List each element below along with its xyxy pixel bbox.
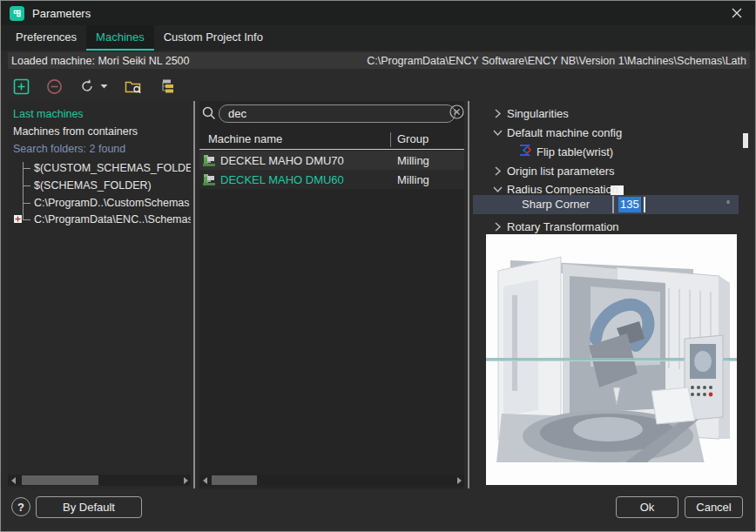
params-vscrollbar[interactable]: [743, 101, 748, 488]
list-header: Machine name Group: [199, 130, 464, 150]
search-input[interactable]: [219, 104, 456, 123]
column-machine-name[interactable]: Machine name: [208, 132, 282, 145]
robot-wrist-icon: [518, 143, 533, 160]
degree-unit-label: °: [726, 195, 730, 214]
list-hscroll-thumb[interactable]: [212, 475, 257, 485]
cancel-button[interactable]: Cancel: [685, 496, 743, 518]
left-splitter[interactable]: [193, 101, 195, 488]
add-machine-icon[interactable]: [13, 78, 30, 95]
sharp-corner-row[interactable]: Sharp Corner 135 °: [473, 195, 739, 214]
group-default-machine-config[interactable]: Default machine config: [473, 124, 622, 141]
machines-from-containers-item[interactable]: Machines from containers: [13, 124, 138, 139]
chevron-right-icon: [492, 108, 503, 119]
machine-name: DECKEL MAHO DMU60: [220, 173, 344, 186]
refresh-icon[interactable]: [79, 78, 108, 94]
chevron-down-icon: [492, 127, 503, 138]
sharp-corner-label: Sharp Corner: [522, 195, 590, 214]
milling-machine-icon: [202, 153, 216, 170]
folders-panel: Last machines Machines from containers S…: [8, 101, 191, 488]
tree-expander-icon[interactable]: [14, 215, 22, 223]
group-origin-list-parameters[interactable]: Origin list parameters: [473, 162, 615, 179]
remove-machine-icon[interactable]: [46, 78, 63, 95]
app-logo-icon: [10, 6, 24, 21]
text-caret: [644, 197, 645, 212]
group-rotary-transformation[interactable]: Rotary Transformation: [473, 218, 619, 235]
scroll-left-icon[interactable]: [8, 475, 18, 486]
window-title: Parameters: [32, 7, 91, 20]
machine-list-panel: Machine name Group DECKEL MAHO DMU70 Mil…: [199, 101, 464, 488]
machine-list-hscrollbar[interactable]: [199, 475, 464, 486]
right-splitter[interactable]: [468, 101, 469, 488]
by-default-button[interactable]: By Default: [36, 496, 142, 518]
scroll-right-icon[interactable]: [180, 475, 191, 486]
tab-machines[interactable]: Machines: [86, 25, 154, 51]
machine-group: Milling: [397, 173, 429, 186]
milling-machine-icon: [202, 172, 216, 189]
chevron-right-icon: [492, 165, 503, 177]
last-machines-item[interactable]: Last machines: [13, 106, 84, 122]
column-group[interactable]: Group: [397, 132, 429, 145]
tab-custom-project-info[interactable]: Custom Project Info: [154, 25, 273, 51]
title-bar: Parameters: [1, 1, 755, 25]
parameters-dialog: Parameters Preferences Machines Custom P…: [0, 0, 756, 532]
flip-table-label: Flip table(wrist): [537, 145, 613, 158]
ok-button[interactable]: Ok: [616, 496, 678, 518]
search-folders-icon[interactable]: [125, 78, 143, 95]
search-folders-item[interactable]: Search folders: 2 found: [13, 141, 125, 157]
group-singularities[interactable]: Singularities: [473, 104, 569, 122]
parameters-panel: Singularities Default machine config Fli…: [473, 101, 750, 488]
machine-row-dmu70[interactable]: DECKEL MAHO DMU70 Milling: [199, 151, 464, 170]
machine-group: Milling: [397, 154, 429, 167]
search-icon: [201, 105, 217, 124]
tab-preferences[interactable]: Preferences: [6, 25, 86, 51]
scroll-left-icon[interactable]: [199, 475, 210, 486]
params-vscroll-thumb[interactable]: [743, 133, 748, 148]
refresh-dropdown-icon: [100, 84, 108, 89]
clear-search-icon[interactable]: [449, 104, 464, 122]
loaded-machine-label: Loaded machine: Mori Seiki NL 2500: [11, 55, 190, 67]
tree-item-custom-schemas-path[interactable]: C:\ProgramD..\CustomSchemas: [34, 195, 190, 211]
machines-toolbar: [13, 75, 175, 98]
tree-item-schemas-folder[interactable]: $(SCHEMAS_FOLDER): [34, 178, 152, 193]
tree-branch-line: [23, 162, 24, 219]
sharp-corner-input[interactable]: 135: [618, 197, 641, 212]
flip-table-row: Flip table(wrist): [473, 143, 613, 160]
chevron-down-icon: [492, 184, 503, 195]
machine-name: DECKEL MAHO DMU70: [220, 154, 344, 167]
machine-photo: [486, 234, 737, 485]
chevron-right-icon: [492, 221, 503, 232]
machine-row-dmu60-selected[interactable]: DECKEL MAHO DMU60 Milling: [199, 170, 464, 189]
left-hscroll-thumb[interactable]: [22, 475, 98, 485]
tree-view-icon[interactable]: [159, 78, 175, 94]
loaded-machine-bar: Loaded machine: Mori Seiki NL 2500 C:\Pr…: [8, 52, 750, 69]
close-icon[interactable]: [724, 1, 750, 25]
tab-bar: Preferences Machines Custom Project Info: [1, 25, 755, 51]
scroll-right-icon[interactable]: [454, 475, 464, 486]
tree-item-schemas-path[interactable]: C:\ProgramData\ENC..\Schemas: [34, 212, 191, 227]
tree-item-custom-schemas-folder[interactable]: $(CUSTOM_SCHEMAS_FOLDER): [34, 160, 191, 176]
help-button[interactable]: ?: [11, 497, 30, 516]
left-panel-hscrollbar[interactable]: [8, 475, 191, 486]
machine-path-label: C:\ProgramData\ENCY Software\ENCY NB\Ver…: [367, 55, 746, 67]
